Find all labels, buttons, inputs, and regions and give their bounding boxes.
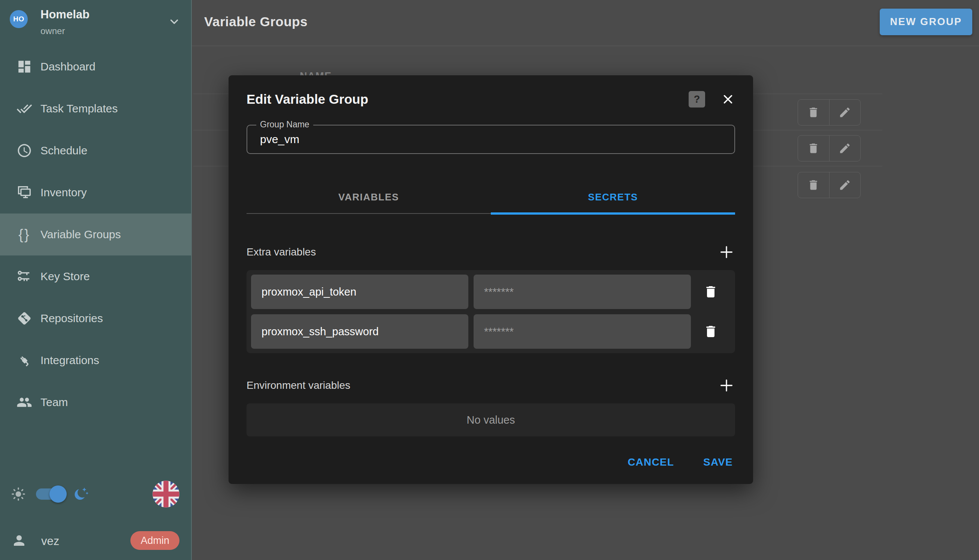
sidebar-item-label: Integrations [40,354,99,367]
pencil-icon [839,106,851,119]
table-row-actions [798,172,861,198]
sidebar-item-label: Task Templates [40,102,118,115]
sidebar-item-label: Variable Groups [40,228,121,241]
admin-badge: Admin [130,531,180,550]
sidebar-item-label: Dashboard [40,60,95,73]
sidebar-item-team[interactable]: Team [0,381,191,423]
trash-icon [807,179,820,192]
sun-icon [10,486,26,503]
edit-button[interactable] [829,172,861,198]
variable-name-input[interactable] [251,314,468,349]
plug-icon [17,352,32,368]
sidebar-item-label: Schedule [40,144,87,157]
project-selector[interactable]: HO Homelab owner [0,0,191,44]
table-row-actions [798,135,861,162]
dialog-actions: CANCEL SAVE [247,456,735,468]
uk-flag-icon[interactable] [152,481,180,508]
sidebar-item-repositories[interactable]: Repositories [0,297,191,339]
people-icon [17,395,32,410]
dialog-title: Edit Variable Group [247,92,368,107]
trash-icon [703,324,718,339]
sidebar-nav: Dashboard Task Templates Schedule Invent… [0,46,191,423]
project-name: Homelab [40,8,90,22]
extra-variables-label: Extra variables [247,246,316,258]
user-row: vez Admin [0,526,191,555]
delete-button[interactable] [798,100,829,125]
delete-variable-button[interactable] [691,324,730,339]
dialog-header: Edit Variable Group ? [247,75,735,111]
theme-toggle[interactable] [36,488,64,500]
close-icon [721,92,735,107]
variable-row [251,314,730,349]
trash-icon [807,142,820,155]
no-values-placeholder: No values [247,403,735,437]
trash-icon [807,106,820,119]
sidebar-item-variable-groups[interactable]: {} Variable Groups [0,213,191,255]
sidebar-item-key-store[interactable]: Key Store [0,255,191,297]
new-group-button[interactable]: NEW GROUP [880,8,972,35]
page-title: Variable Groups [204,14,308,29]
project-avatar: HO [10,10,28,28]
dialog-tabs: VARIABLES SECRETS [247,181,735,214]
person-icon [11,533,27,550]
help-button[interactable]: ? [689,91,705,108]
pencil-icon [839,179,851,192]
monitor-icon [17,185,32,200]
edit-button[interactable] [829,136,861,161]
add-extra-variable-button[interactable] [718,243,735,261]
group-name-field: Group Name [247,125,735,154]
sidebar-tools [0,481,191,508]
group-name-input[interactable] [247,125,734,153]
tab-variables[interactable]: VARIABLES [247,181,491,213]
sidebar-item-label: Team [40,396,68,409]
plus-icon [718,243,735,261]
git-icon [17,310,32,326]
moon-stars-icon [73,485,90,504]
sidebar-item-dashboard[interactable]: Dashboard [0,46,191,88]
pencil-icon [839,142,851,155]
double-check-icon [17,101,32,117]
environment-variables-label: Environment variables [247,380,350,392]
sidebar-item-label: Repositories [40,312,103,325]
dashboard-icon [17,59,32,75]
close-button[interactable] [721,92,735,107]
extra-variables-list [247,270,735,353]
delete-button[interactable] [798,136,829,161]
clock-icon [17,143,32,158]
variable-name-input[interactable] [251,275,468,309]
edit-variable-group-dialog: Edit Variable Group ? Group Name VARIABL… [228,75,753,484]
braces-icon: {} [17,227,32,242]
plus-icon [718,377,735,394]
variable-value-input[interactable] [474,275,691,309]
variable-row [251,275,730,309]
add-environment-variable-button[interactable] [718,377,735,394]
app-bar: Variable Groups NEW GROUP [192,0,979,46]
extra-variables-section-header: Extra variables [247,243,735,261]
trash-icon [703,284,718,299]
sidebar-item-integrations[interactable]: Integrations [0,339,191,381]
active-tab-indicator [491,212,735,215]
delete-variable-button[interactable] [691,284,730,299]
sidebar-item-schedule[interactable]: Schedule [0,130,191,172]
sidebar: HO Homelab owner Dashboard Task Template… [0,0,192,560]
app: { "colors": { "sidebar_bg": "#3e5757", "… [0,0,979,560]
sidebar-item-task-templates[interactable]: Task Templates [0,88,191,130]
sidebar-item-label: Inventory [40,186,87,199]
delete-button[interactable] [798,172,829,198]
variable-value-input[interactable] [474,314,691,349]
tab-secrets[interactable]: SECRETS [491,181,735,213]
username: vez [41,535,59,548]
sidebar-item-label: Key Store [40,270,90,283]
edit-button[interactable] [829,100,861,125]
environment-variables-section-header: Environment variables [247,377,735,395]
chevron-down-icon [168,15,180,30]
keys-icon [17,268,32,284]
project-role: owner [40,26,65,36]
theme-toggle-knob [50,485,67,503]
sidebar-item-inventory[interactable]: Inventory [0,172,191,213]
cancel-button[interactable]: CANCEL [625,456,676,468]
table-row-actions [798,99,861,125]
save-button[interactable]: SAVE [701,456,735,468]
